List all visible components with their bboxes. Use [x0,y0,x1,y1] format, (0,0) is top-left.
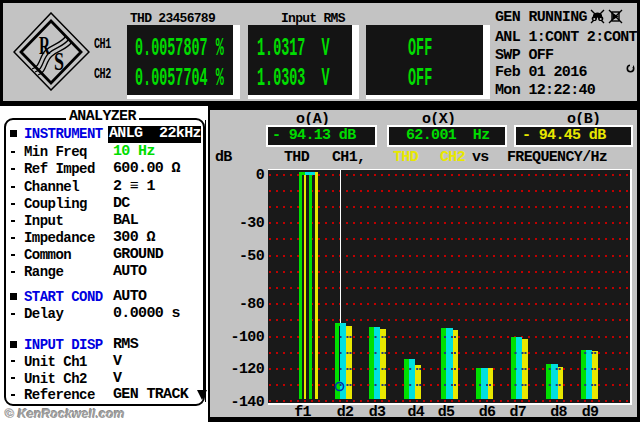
svg-text:S: S [54,47,64,76]
svg-text:R: R [39,31,50,60]
